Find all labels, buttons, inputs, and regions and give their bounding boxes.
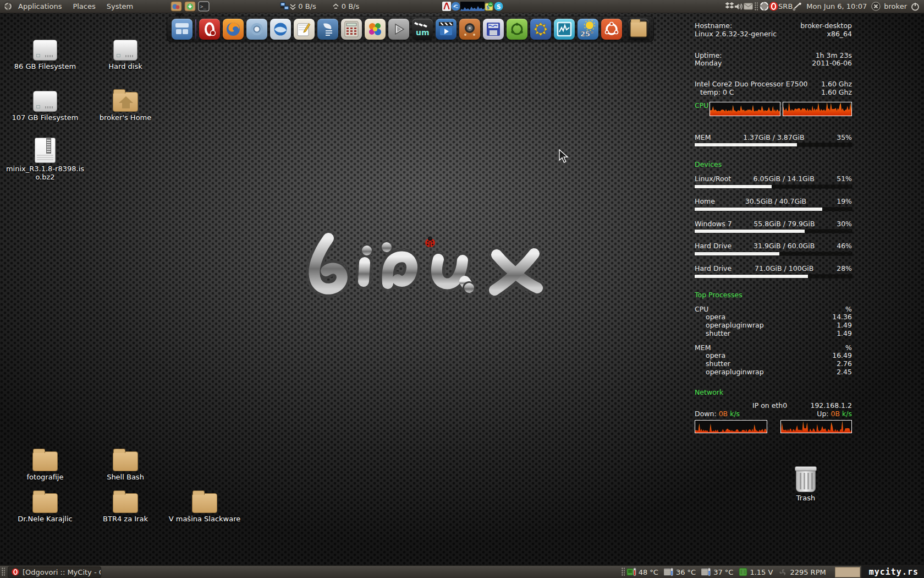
fan-rpm-sensor[interactable]: 2295 RPM: [778, 568, 826, 577]
red-ribbon-tray-icon[interactable]: [442, 2, 451, 11]
taskbar-window-button[interactable]: [Odgovori :: MyCity - O...: [8, 566, 101, 578]
up-unit: k/s: [842, 410, 852, 418]
gpu-temp-sensor[interactable]: 48 °C: [626, 568, 658, 576]
media-player-dock-icon[interactable]: [388, 19, 409, 40]
uptime-label: Uptime:: [695, 52, 722, 60]
sensor-value: 36 °C: [676, 568, 696, 576]
google-earth-dock-icon[interactable]: [270, 19, 291, 40]
uptime-value: 1h 3m 23s: [816, 52, 852, 60]
input-wand-icon[interactable]: [793, 2, 802, 11]
cpu2-graph: [783, 102, 852, 116]
up-arrow-icon: [333, 2, 339, 11]
weather-temp-text: 25°: [580, 30, 594, 38]
date-value: 2011-06-06: [812, 59, 852, 68]
cpu-temp: temp: 0 C: [695, 89, 734, 97]
opera-dock-icon[interactable]: [199, 19, 220, 40]
mem-label: MEM: [695, 134, 711, 142]
paint-dock-icon[interactable]: [365, 19, 386, 40]
mem-pct: 35%: [837, 134, 852, 142]
device-value: 55.8GiB / 79.9GiB: [754, 220, 815, 228]
tray-grip[interactable]: [755, 2, 758, 11]
notes-dock-icon[interactable]: [294, 19, 315, 40]
opera-tray-icon[interactable]: [769, 2, 778, 11]
desktop-icon-107gb[interactable]: 107 GB Filesystem: [4, 85, 86, 122]
up-stats: Up: 0B k/s: [817, 410, 852, 418]
volume-tray-icon[interactable]: [734, 2, 744, 11]
package-launcher-icon[interactable]: [170, 1, 182, 12]
voltage-sensor[interactable]: 1.15 V: [739, 568, 773, 576]
hdd2-temp-sensor[interactable]: 37 °C: [701, 568, 733, 576]
terminal-launcher-icon[interactable]: >_: [198, 1, 210, 12]
goldwave-dock-icon[interactable]: [483, 19, 504, 40]
hdd1-temp-sensor[interactable]: 36 °C: [664, 568, 696, 576]
top-panel: Applications Places System >_ 0 B/s 0 B/…: [0, 0, 924, 13]
device-pct: 51%: [837, 175, 852, 183]
mem-value: 1.37GiB / 3.87GiB: [743, 134, 804, 142]
proc-value: 1.49: [837, 330, 852, 338]
movie-editor-dock-icon[interactable]: [436, 19, 457, 40]
network-header: Network: [695, 389, 852, 397]
calculator-dock-icon[interactable]: [341, 19, 362, 40]
system-monitor-dock-icon[interactable]: [554, 19, 575, 40]
desktop-icon-hard-disk[interactable]: Hard disk: [84, 34, 167, 71]
device-pct: 19%: [837, 198, 852, 206]
svg-text:>_: >_: [200, 4, 206, 9]
umplayer-text: um: [416, 28, 430, 37]
menu-applications[interactable]: Applications: [13, 0, 67, 13]
desktop-icon-shell-bash[interactable]: Shell Bash: [84, 445, 167, 482]
mail-tray-icon[interactable]: [744, 2, 753, 11]
desktop-icon-86gb[interactable]: 86 GB Filesystem: [4, 34, 86, 71]
skype-tray-icon[interactable]: S: [494, 2, 503, 11]
desktop-icon-label: 86 GB Filesystem: [14, 63, 76, 71]
desktop-icon-home[interactable]: broker's Home: [84, 85, 167, 122]
user-switch-icon[interactable]: [871, 2, 881, 11]
menu-system-label: System: [107, 2, 133, 10]
menu-places[interactable]: Places: [67, 0, 101, 13]
distributor-logo-icon[interactable]: [3, 2, 13, 11]
openoffice-dock-icon[interactable]: [317, 19, 338, 40]
power-icon[interactable]: [910, 2, 920, 11]
device-name: Windows 7: [695, 220, 732, 228]
fullscreen-arrows-dock-icon[interactable]: [530, 19, 551, 40]
audio-player-dock-icon[interactable]: [459, 19, 480, 40]
umplayer-dock-icon[interactable]: um: [412, 19, 433, 40]
menu-system[interactable]: System: [101, 0, 139, 13]
desktop-icon-v-masina[interactable]: V mašina Slackware: [163, 487, 246, 524]
cpu-model: Intel Core2 Duo Processor E7500: [695, 80, 808, 89]
folder-dock-icon[interactable]: [628, 19, 649, 40]
window-list-grip[interactable]: [2, 568, 5, 576]
clock[interactable]: Mon Jun 6, 10:07: [806, 2, 867, 10]
shutter-tray-icon[interactable]: [760, 2, 769, 11]
sensors-grip[interactable]: [622, 568, 625, 576]
firefox-dock-icon[interactable]: [223, 19, 244, 40]
hostname-label: Hostname:: [695, 22, 732, 30]
username[interactable]: broker: [884, 2, 907, 10]
desktop-icon-fotografije[interactable]: fotografije: [4, 445, 86, 482]
weather-dock-icon[interactable]: 25°: [578, 19, 598, 40]
net-graph-applet[interactable]: [460, 2, 485, 11]
download-launcher-icon[interactable]: [184, 1, 196, 12]
keyboard-layout-indicator[interactable]: SRB: [778, 2, 793, 10]
dropbox-tray-icon[interactable]: [725, 2, 734, 11]
down-value: 0B: [719, 410, 728, 418]
folder-icon: [192, 493, 217, 513]
down-unit: k/s: [730, 410, 740, 418]
drive-icon: [33, 91, 57, 112]
dock-separator: [195, 19, 196, 39]
netspeed-computers-icon[interactable]: [280, 2, 289, 11]
softphone-tray-icon[interactable]: S: [485, 2, 494, 11]
blue-swirl-tray-icon[interactable]: [451, 2, 460, 11]
desktop-icon-btr4[interactable]: BTR4 za Irak: [84, 487, 167, 524]
workspace-switcher[interactable]: [835, 567, 860, 577]
sensor-value: 48 °C: [639, 568, 658, 576]
folder-icon: [113, 451, 138, 471]
chromium-dock-icon[interactable]: [246, 19, 267, 40]
desktop-icon-trash[interactable]: Trash: [765, 466, 847, 503]
ubuntu-dock-icon[interactable]: [601, 19, 622, 40]
sensors-applet: 48 °C 36 °C 37 °C 1.15 V 2295 RPM: [626, 568, 826, 577]
proc-value: 2.76: [837, 360, 852, 368]
desktop-icon-dr-nele[interactable]: Dr.Nele Karajlic: [4, 487, 86, 524]
file-manager-dock-icon[interactable]: [172, 19, 193, 40]
ubuntu-software-dock-icon[interactable]: [507, 19, 527, 40]
desktop-icon-minix-archive[interactable]: minix_R3.1.8-r8398.iso.bz2: [4, 137, 86, 182]
